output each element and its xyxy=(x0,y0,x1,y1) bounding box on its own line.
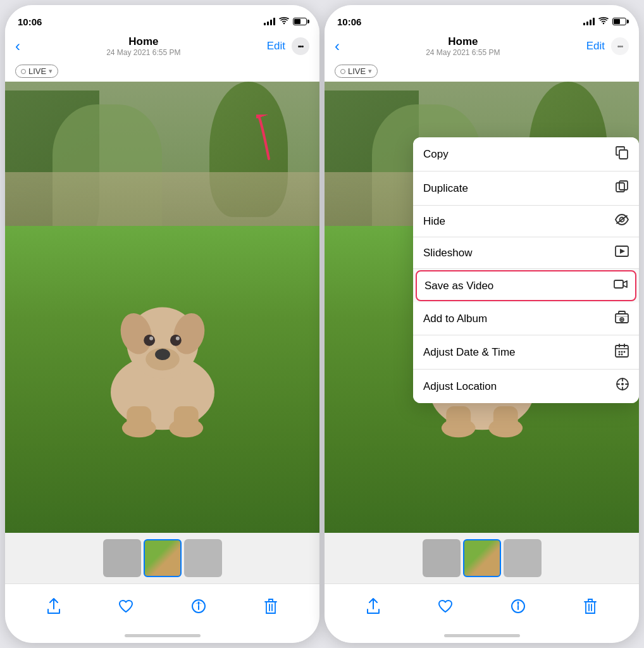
svg-rect-38 xyxy=(614,280,623,288)
home-bar-right xyxy=(444,634,520,637)
thumb-3[interactable] xyxy=(184,539,222,577)
info-button-left[interactable] xyxy=(191,599,206,614)
back-button-right[interactable]: ‹ xyxy=(335,37,340,55)
more-button-right[interactable]: ••• xyxy=(611,37,629,55)
status-bar-right: 10:06 xyxy=(325,5,639,33)
live-bar-right: LIVE ▾ xyxy=(325,62,639,82)
svg-marker-37 xyxy=(620,249,625,254)
more-button-left[interactable]: ••• xyxy=(292,37,309,55)
svg-rect-12 xyxy=(127,406,151,433)
wifi-icon xyxy=(279,17,289,27)
svg-point-54 xyxy=(517,601,519,603)
signal-icon-right xyxy=(583,18,595,25)
thumb-active[interactable] xyxy=(144,539,182,577)
home-bar-left xyxy=(125,634,201,637)
svg-point-48 xyxy=(621,383,624,385)
nav-title-block-left: Home 24 May 2021 6:55 PM xyxy=(106,35,180,57)
calendar-icon xyxy=(615,344,629,361)
svg-point-43 xyxy=(621,351,623,353)
home-indicator-left xyxy=(5,628,319,643)
copy-icon xyxy=(615,146,629,163)
bottom-bar-right xyxy=(325,583,639,628)
photo-area-right: Copy Duplicate Hide xyxy=(325,82,639,533)
svg-rect-13 xyxy=(173,406,198,433)
share-button-left[interactable] xyxy=(47,598,61,614)
back-button-left[interactable]: ‹ xyxy=(15,37,20,55)
svg-point-16 xyxy=(198,601,200,603)
nav-title-block-right: Home 24 May 2021 6:55 PM xyxy=(426,35,500,57)
share-button-right[interactable] xyxy=(366,598,380,614)
duplicate-icon xyxy=(615,180,629,197)
photo-area-left xyxy=(5,82,319,533)
menu-item-duplicate[interactable]: Duplicate xyxy=(413,171,639,206)
slideshow-icon xyxy=(615,246,629,260)
svg-point-7 xyxy=(170,335,181,346)
favorite-button-right[interactable] xyxy=(438,599,453,613)
thumb-right-active[interactable] xyxy=(463,539,501,577)
menu-duplicate-label: Duplicate xyxy=(423,182,468,195)
live-badge-right[interactable]: LIVE ▾ xyxy=(335,65,378,78)
battery-icon-right xyxy=(612,18,626,25)
svg-point-46 xyxy=(621,354,623,356)
menu-item-hide[interactable]: Hide xyxy=(413,206,639,237)
info-button-right[interactable] xyxy=(511,599,526,614)
status-icons-left xyxy=(264,17,307,27)
nav-subtitle-right: 24 May 2021 6:55 PM xyxy=(426,48,500,57)
svg-rect-30 xyxy=(493,406,517,433)
left-phone: 10:06 ‹ Home xyxy=(5,5,319,643)
signal-icon xyxy=(264,18,275,25)
status-time-left: 10:06 xyxy=(18,16,42,27)
status-icons-right xyxy=(583,17,626,27)
svg-point-8 xyxy=(149,337,153,340)
delete-button-left[interactable] xyxy=(264,598,278,614)
menu-hide-label: Hide xyxy=(423,215,445,228)
context-menu: Copy Duplicate Hide xyxy=(413,137,639,403)
thumb-right-3[interactable] xyxy=(504,539,542,577)
nav-actions-right: Edit ••• xyxy=(586,37,629,55)
svg-point-45 xyxy=(619,354,621,356)
edit-button-right[interactable]: Edit xyxy=(586,40,605,53)
battery-icon xyxy=(293,18,307,25)
nav-bar-left: ‹ Home 24 May 2021 6:55 PM Edit ••• xyxy=(5,33,319,62)
menu-item-add-to-album[interactable]: Add to Album xyxy=(413,302,639,335)
svg-rect-31 xyxy=(619,150,628,159)
live-bar-left: LIVE ▾ xyxy=(5,62,319,82)
nav-actions-left: Edit ••• xyxy=(267,37,309,55)
bottom-bar-left xyxy=(5,583,319,628)
save-video-icon xyxy=(614,278,628,293)
svg-point-9 xyxy=(175,337,179,340)
status-bar-left: 10:06 xyxy=(5,5,319,33)
location-icon xyxy=(616,378,629,395)
svg-point-44 xyxy=(624,351,626,353)
delete-button-right[interactable] xyxy=(583,598,597,614)
thumb-right-1[interactable] xyxy=(423,539,461,577)
thumbnail-strip-left xyxy=(5,533,319,583)
menu-item-slideshow[interactable]: Slideshow xyxy=(413,237,639,269)
menu-copy-label: Copy xyxy=(423,148,449,161)
edit-button-left[interactable]: Edit xyxy=(267,40,285,53)
favorite-button-left[interactable] xyxy=(118,599,133,613)
menu-slideshow-label: Slideshow xyxy=(423,247,473,259)
nav-title-right: Home xyxy=(426,35,500,48)
wifi-icon-right xyxy=(598,17,609,27)
puppy-svg-left xyxy=(68,230,256,478)
right-phone: 10:06 ‹ Home xyxy=(325,5,639,643)
live-label-left: LIVE xyxy=(28,66,46,76)
svg-point-6 xyxy=(144,335,155,346)
thumb-1[interactable] xyxy=(103,539,141,577)
nav-subtitle-left: 24 May 2021 6:55 PM xyxy=(106,48,180,57)
add-album-icon xyxy=(615,311,629,327)
svg-rect-29 xyxy=(446,406,471,433)
hide-icon xyxy=(615,214,629,228)
menu-item-copy[interactable]: Copy xyxy=(413,137,639,171)
menu-item-save-as-video[interactable]: Save as Video xyxy=(416,270,636,301)
menu-highlighted-wrapper: Save as Video xyxy=(413,269,639,302)
svg-point-42 xyxy=(619,351,621,353)
live-badge-left[interactable]: LIVE ▾ xyxy=(15,65,58,78)
menu-item-adjust-location[interactable]: Adjust Location xyxy=(413,370,639,403)
nav-bar-right: ‹ Home 24 May 2021 6:55 PM Edit ••• xyxy=(325,33,639,62)
menu-add-album-label: Add to Album xyxy=(423,313,487,325)
menu-adjust-date-label: Adjust Date & Time xyxy=(423,346,516,359)
menu-item-adjust-date[interactable]: Adjust Date & Time xyxy=(413,335,639,370)
menu-adjust-location-label: Adjust Location xyxy=(423,380,497,393)
